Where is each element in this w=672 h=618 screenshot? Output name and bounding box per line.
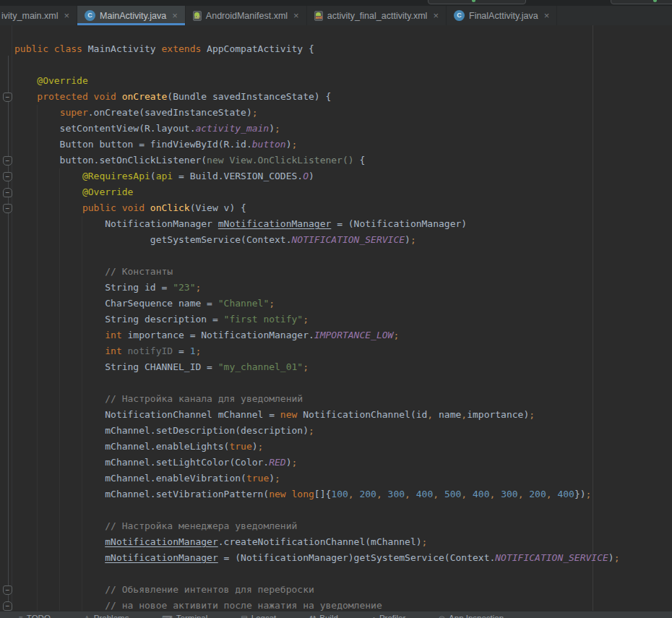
code-line: mChannel.setVibrationPattern(new long[]{… — [14, 486, 620, 502]
java-class-icon: C — [454, 10, 465, 21]
code-line: String description = "first notify"; — [14, 312, 620, 327]
manifest-file-icon: MF — [193, 11, 202, 21]
code-line: mChannel.enableVibration(true); — [14, 471, 620, 486]
gutter-separator — [12, 25, 12, 611]
code-editor[interactable]: public class MainActivity extends AppCom… — [0, 25, 672, 611]
fold-marker-icon[interactable]: − — [3, 188, 12, 197]
close-tab-icon[interactable]: × — [64, 10, 70, 21]
fold-marker-icon[interactable]: − — [3, 204, 12, 213]
code-text-area[interactable]: public class MainActivity extends AppCom… — [14, 41, 620, 611]
code-line: // Настройка менеджера уведомлений — [14, 518, 620, 534]
gutter-fold-line — [8, 56, 9, 611]
tab-label: AndroidManifest.xml — [206, 11, 288, 21]
xml-layout-file-icon: xml — [314, 11, 323, 21]
run-config-widget-fragment[interactable] — [428, 0, 526, 4]
logcat-icon: ▤ — [241, 614, 247, 618]
close-tab-icon[interactable]: × — [544, 10, 550, 21]
close-tab-icon[interactable]: × — [293, 10, 299, 21]
tool-window-button-logcat[interactable]: ▤Logcat — [241, 614, 276, 618]
code-line: NotificationChannel mChannel = new Notif… — [14, 407, 620, 423]
build-icon: ⚒ — [309, 614, 316, 618]
code-line: super.onCreate(savedInstanceState); — [14, 105, 620, 121]
code-line: mChannel.setDescription(description); — [14, 423, 620, 439]
tab-activity-final-acttivity-xml[interactable]: xmlactivity_final_acttivity.xml× — [307, 6, 447, 25]
code-line: String CHANNEL_ID = "my_channel_01"; — [14, 359, 620, 375]
tab-mainactivity-java[interactable]: CMainActivity.java× — [77, 6, 186, 25]
code-line: public void onClick(View v) { — [14, 200, 620, 216]
tool-window-button-app-inspection[interactable]: ◎App Inspection — [439, 614, 504, 618]
code-line: protected void onCreate(Bundle savedInst… — [14, 89, 620, 105]
code-line — [14, 502, 620, 518]
tab-label: FinalActtivity.java — [469, 11, 538, 21]
code-line: CharSequence name = "Channel"; — [14, 296, 620, 312]
run-icon[interactable] — [472, 0, 475, 2]
tool-window-label: TODO — [27, 614, 51, 618]
tool-window-label: Problems — [94, 614, 129, 618]
fold-marker-icon[interactable]: − — [3, 585, 12, 595]
code-line: mNotificationManager = (NotificationMana… — [14, 550, 620, 566]
code-line: int notifyID = 1; — [14, 343, 620, 359]
code-line: // Константы — [14, 264, 620, 280]
code-line — [14, 566, 620, 582]
code-line: @RequiresApi(api = Build.VERSION_CODES.O… — [14, 168, 620, 184]
problems-icon: ⚠ — [84, 614, 90, 618]
tab-label: ivity_main.xml — [1, 11, 59, 21]
tool-window-button-terminal[interactable]: ⌨Terminal — [162, 614, 207, 618]
code-line: getSystemService(Context.NOTIFICATION_SE… — [14, 232, 620, 248]
todo-icon: ≡ — [19, 614, 23, 618]
java-class-icon: C — [85, 10, 95, 21]
fold-marker-icon[interactable]: − — [3, 172, 12, 181]
status-dot-icon — [653, 0, 657, 2]
code-line: int importance = NotificationManager.IMP… — [14, 327, 620, 343]
tab-label: MainActivity.java — [100, 11, 166, 21]
code-line: button.setOnClickListener(new View.OnCli… — [14, 153, 620, 168]
app-inspection-icon: ◎ — [439, 614, 445, 618]
code-line: @Override — [14, 184, 620, 200]
tool-window-label: Profiler — [379, 614, 405, 618]
fold-marker-icon[interactable]: − — [3, 156, 12, 166]
toolbar-strip — [0, 0, 672, 6]
code-line: NotificationManager mNotificationManager… — [14, 216, 620, 232]
terminal-icon: ⌨ — [162, 614, 172, 618]
tool-window-button-problems[interactable]: ⚠Problems — [84, 614, 129, 618]
tab-finalacttivity-java[interactable]: CFinalActtivity.java× — [447, 6, 557, 25]
code-line: // Обьявление интентов для переброски — [14, 582, 620, 598]
tab-ivity-main-xml[interactable]: ivity_main.xml× — [0, 6, 77, 25]
code-line — [14, 57, 620, 73]
code-line: mChannel.enableLights(true); — [14, 439, 620, 455]
fold-marker-icon[interactable]: − — [3, 601, 12, 611]
device-widget-fragment[interactable] — [611, 0, 672, 4]
tool-window-label: Terminal — [176, 614, 207, 618]
close-tab-icon[interactable]: × — [172, 10, 178, 21]
tool-window-button-build[interactable]: ⚒Build — [309, 614, 338, 618]
tool-window-label: App Inspection — [449, 614, 504, 618]
code-line: String id = "23"; — [14, 280, 620, 296]
profiler-icon: ◔ — [371, 614, 376, 618]
code-line: // Настройка канала для уведомлений — [14, 391, 620, 407]
tab-androidmanifest-xml[interactable]: MFAndroidManifest.xml× — [186, 6, 307, 25]
code-line: setContentView(R.layout.activity_main); — [14, 121, 620, 137]
close-tab-icon[interactable]: × — [433, 10, 439, 21]
tool-window-label: Build — [319, 614, 338, 618]
code-line — [14, 375, 620, 391]
fold-marker-icon[interactable]: − — [3, 93, 12, 102]
tool-window-bar: ≡TODO⚠Problems⌨Terminal▤Logcat⚒Build◔Pro… — [0, 611, 672, 618]
code-line: public class MainActivity extends AppCom… — [14, 41, 620, 57]
code-line: mChannel.setLightColor(Color.RED); — [14, 455, 620, 471]
tool-window-label: Logcat — [251, 614, 277, 618]
tab-label: activity_final_acttivity.xml — [327, 11, 428, 21]
code-line: Button button = findViewById(R.id.button… — [14, 137, 620, 153]
code-line: @Override — [14, 73, 620, 89]
code-line — [14, 248, 620, 264]
code-line: // на новое активити после нажатия на ув… — [14, 598, 620, 611]
editor-tab-bar: ivity_main.xml×CMainActivity.java×MFAndr… — [0, 6, 672, 25]
code-line: mNotificationManager.createNotificationC… — [14, 534, 620, 550]
tool-window-button-profiler[interactable]: ◔Profiler — [371, 614, 405, 618]
tool-window-button-todo[interactable]: ≡TODO — [19, 614, 51, 618]
